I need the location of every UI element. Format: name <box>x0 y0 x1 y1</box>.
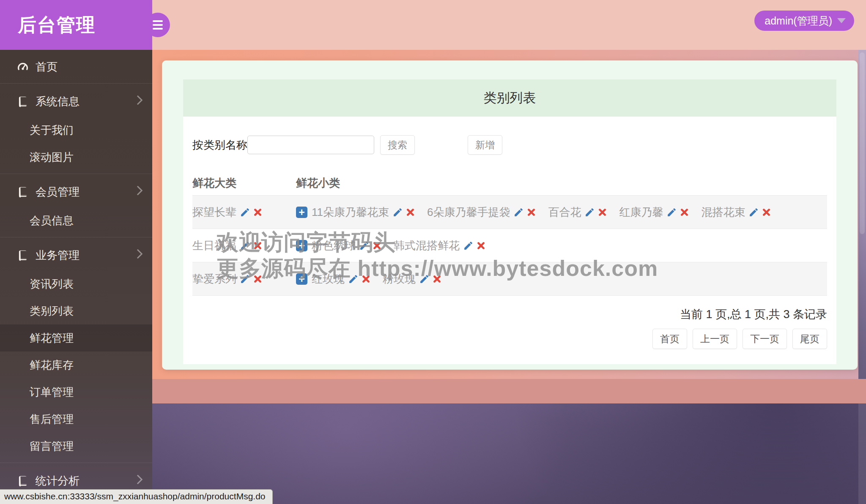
book-icon <box>16 249 30 262</box>
column-header-major: 鲜花大类 <box>192 176 296 191</box>
edit-icon[interactable] <box>513 207 524 218</box>
category-panel: 类别列表 按类别名称 搜索 新增 鲜花大类 鲜花小类 探望长辈+11朵康乃馨花束… <box>183 79 836 364</box>
sidebar-item-鲜花库存[interactable]: 鲜花库存 <box>0 351 152 379</box>
subcategory-name: 11朵康乃馨花束 <box>312 205 389 220</box>
edit-icon[interactable] <box>240 207 250 218</box>
delete-icon[interactable] <box>477 242 485 250</box>
search-label: 按类别名称 <box>192 138 247 153</box>
subcategory-item: 6朵康乃馨手提袋 <box>427 205 535 220</box>
sidebar-item-label: 首页 <box>36 60 58 74</box>
subcategory-item: 红玫瑰 <box>312 272 370 286</box>
page-button-首页[interactable]: 首页 <box>652 329 687 349</box>
edit-icon[interactable] <box>240 240 250 251</box>
sidebar-item-首页[interactable]: 首页 <box>0 53 152 80</box>
add-subcategory-icon[interactable]: + <box>296 207 307 218</box>
user-menu-button[interactable]: admin(管理员) <box>754 11 854 31</box>
page-scrollbar[interactable] <box>858 50 866 504</box>
sidebar-item-label: 订单管理 <box>30 385 74 400</box>
table-row: 生日祝福+粉色绣球韩式混搭鲜花 <box>192 229 827 262</box>
subcategory-item: 粉色绣球 <box>312 238 381 253</box>
delete-icon[interactable] <box>406 208 414 216</box>
edit-icon[interactable] <box>463 240 474 251</box>
sidebar-item-会员管理[interactable]: 会员管理 <box>0 174 152 207</box>
add-subcategory-icon[interactable]: + <box>296 273 307 285</box>
sidebar-item-售后管理[interactable]: 售后管理 <box>0 406 152 433</box>
edit-icon[interactable] <box>584 207 595 218</box>
panel-header: 类别列表 <box>183 79 836 117</box>
subcategory-item: 粉玫瑰 <box>383 272 441 286</box>
column-header-minor: 鲜花小类 <box>296 176 827 191</box>
major-category-name: 探望长辈 <box>192 205 236 220</box>
delete-icon[interactable] <box>254 208 262 216</box>
chevron-right-icon <box>133 95 143 105</box>
delete-icon[interactable] <box>598 208 606 216</box>
add-subcategory-icon[interactable]: + <box>296 240 307 251</box>
page-button-下一页[interactable]: 下一页 <box>743 329 787 349</box>
subcategory-name: 粉玫瑰 <box>383 272 416 286</box>
delete-icon[interactable] <box>254 275 262 283</box>
subcategory-item: 11朵康乃馨花束 <box>312 205 414 220</box>
pagination-buttons: 首页上一页下一页尾页 <box>192 329 827 349</box>
delete-icon[interactable] <box>680 208 688 216</box>
sidebar-item-label: 会员管理 <box>36 185 79 199</box>
sidebar-item-label: 资讯列表 <box>30 277 74 292</box>
delete-icon[interactable] <box>527 208 535 216</box>
table-body: 探望长辈+11朵康乃馨花束6朵康乃馨手提袋百合花红康乃馨混搭花束生日祝福+粉色绣… <box>192 195 827 296</box>
edit-icon[interactable] <box>359 240 370 251</box>
caret-down-icon <box>837 18 846 23</box>
add-button[interactable]: 新增 <box>468 135 502 155</box>
edit-icon[interactable] <box>666 207 677 218</box>
chevron-right-icon <box>133 186 143 196</box>
sidebar-item-类别列表[interactable]: 类别列表 <box>0 297 152 324</box>
panel-body: 按类别名称 搜索 新增 鲜花大类 鲜花小类 探望长辈+11朵康乃馨花束6朵康乃馨… <box>183 117 836 364</box>
subcategory-name: 混搭花束 <box>701 205 745 220</box>
subcategory-name: 韩式混搭鲜花 <box>394 238 460 253</box>
minor-category-cell: +红玫瑰粉玫瑰 <box>296 272 827 286</box>
sidebar-item-业务管理[interactable]: 业务管理 <box>0 237 152 270</box>
scrollbar-thumb[interactable] <box>860 52 865 234</box>
subcategory-item: 混搭花束 <box>701 205 770 220</box>
delete-icon[interactable] <box>373 242 381 250</box>
sidebar-item-滚动图片[interactable]: 滚动图片 <box>0 144 152 171</box>
delete-icon[interactable] <box>433 275 441 283</box>
search-row: 按类别名称 搜索 新增 <box>192 117 827 155</box>
chevron-right-icon <box>133 475 143 485</box>
sidebar-toggle-button[interactable] <box>145 13 170 37</box>
delete-icon[interactable] <box>762 208 770 216</box>
sidebar: 首页系统信息关于我们滚动图片会员管理会员信息业务管理资讯列表类别列表鲜花管理鲜花… <box>0 50 152 504</box>
page-button-上一页[interactable]: 上一页 <box>693 329 737 349</box>
page: 后台管理 admin(管理员) 首页系统信息关于我们滚动图片会员管理会员信息业务… <box>0 0 866 504</box>
edit-icon[interactable] <box>419 274 430 284</box>
sidebar-item-系统信息[interactable]: 系统信息 <box>0 83 152 117</box>
major-category-name: 生日祝福 <box>192 238 236 253</box>
subcategory-item: 韩式混搭鲜花 <box>394 238 485 253</box>
sidebar-item-留言管理[interactable]: 留言管理 <box>0 433 152 460</box>
pagination-info: 当前 1 页,总 1 页,共 3 条记录 <box>192 307 827 322</box>
user-menu-label: admin(管理员) <box>765 14 832 28</box>
sidebar-item-关于我们[interactable]: 关于我们 <box>0 117 152 144</box>
subcategory-item: 百合花 <box>548 205 606 220</box>
delete-icon[interactable] <box>362 275 370 283</box>
subcategory-name: 6朵康乃馨手提袋 <box>427 205 510 220</box>
subcategory-name: 红玫瑰 <box>312 272 345 286</box>
page-title: 类别列表 <box>484 89 536 107</box>
brand: 后台管理 <box>0 0 152 50</box>
sidebar-menu: 首页系统信息关于我们滚动图片会员管理会员信息业务管理资讯列表类别列表鲜花管理鲜花… <box>0 50 152 504</box>
sidebar-item-label: 售后管理 <box>30 412 74 427</box>
major-category-cell: 探望长辈 <box>192 205 296 220</box>
edit-icon[interactable] <box>348 274 359 284</box>
edit-icon[interactable] <box>748 207 759 218</box>
page-button-尾页[interactable]: 尾页 <box>792 329 827 349</box>
sidebar-item-label: 系统信息 <box>36 94 79 109</box>
edit-icon[interactable] <box>392 207 403 218</box>
search-input[interactable] <box>247 136 374 154</box>
edit-icon[interactable] <box>240 274 250 284</box>
sidebar-item-会员信息[interactable]: 会员信息 <box>0 207 152 234</box>
sidebar-item-订单管理[interactable]: 订单管理 <box>0 379 152 406</box>
sidebar-item-鲜花管理[interactable]: 鲜花管理 <box>0 324 152 351</box>
book-icon <box>16 474 30 488</box>
search-button[interactable]: 搜索 <box>380 135 415 155</box>
sidebar-item-资讯列表[interactable]: 资讯列表 <box>0 270 152 297</box>
delete-icon[interactable] <box>254 242 262 250</box>
minor-category-cell: +粉色绣球韩式混搭鲜花 <box>296 238 827 253</box>
